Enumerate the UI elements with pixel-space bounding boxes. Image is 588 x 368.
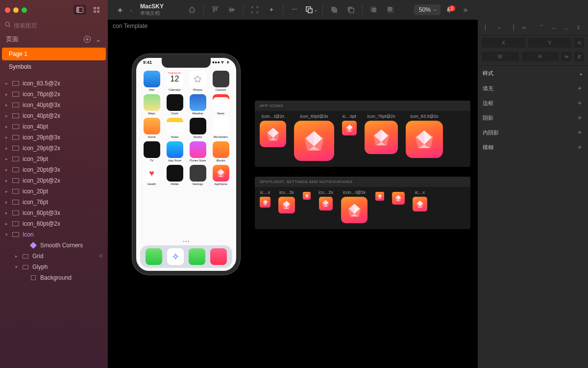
disclosure-icon[interactable]: ▸ — [4, 178, 9, 183]
artboard-icon — [12, 113, 20, 119]
notifications-button[interactable]: 1 — [442, 6, 456, 13]
sidebar-view-toggle[interactable] — [74, 5, 86, 15]
disclosure-icon[interactable]: ▸ — [4, 81, 9, 86]
layer-row[interactable]: ▸icon_60pt@2x — [0, 218, 108, 229]
layer-row[interactable]: ▸icon_29pt@2x — [0, 143, 108, 154]
minimize-window-button[interactable] — [13, 7, 19, 13]
layer-row[interactable]: ▸Grid👁 — [0, 251, 108, 262]
align-hcenter-icon[interactable]: ⫟ — [494, 23, 505, 32]
disclosure-icon[interactable]: ▸ — [4, 146, 9, 151]
add-style-button[interactable]: ＋ — [576, 113, 583, 122]
disclosure-icon[interactable]: ▸ — [4, 135, 9, 140]
maximize-window-button[interactable] — [22, 7, 27, 13]
disclosure-icon[interactable]: ▸ — [4, 113, 9, 118]
layer-row[interactable]: ▸icon_40pt — [0, 121, 108, 132]
add-page-button[interactable] — [83, 35, 91, 43]
align-bottom-icon[interactable]: ⎽ — [561, 23, 572, 32]
subtract-icon[interactable] — [343, 3, 358, 16]
insert-button[interactable]: ＋ — [113, 3, 127, 16]
align-vcenter-icon[interactable]: ⫠ — [549, 23, 560, 32]
layer-row[interactable]: ▾Icon — [0, 229, 108, 240]
angle-field[interactable]: ⟲ — [574, 38, 584, 48]
layer-row[interactable]: ▸icon_20pt — [0, 186, 108, 197]
layer-row[interactable]: ▸icon_60pt@3x — [0, 208, 108, 218]
backward-icon[interactable] — [383, 3, 398, 16]
brush-icon[interactable]: 〰 — [287, 3, 302, 16]
w-field[interactable]: W — [482, 52, 519, 61]
layer-row[interactable]: ▸icon_40pt@2x — [0, 110, 108, 121]
distribute-h-icon[interactable]: ⇔ — [518, 23, 529, 32]
resize-tool-icon[interactable]: ⌄ — [304, 3, 318, 16]
zoom-select[interactable]: 50% — [414, 4, 441, 15]
style-section-row[interactable]: 填充＋ — [478, 81, 588, 96]
disclosure-icon[interactable]: ▸ — [4, 92, 9, 97]
sparkle-icon[interactable]: ✦ — [264, 3, 279, 16]
layer-row[interactable]: Smooth Corners — [0, 240, 108, 251]
search-input[interactable] — [14, 22, 103, 29]
icon-caption: ic…x — [260, 190, 270, 195]
layer-row[interactable]: ▸icon_29pt — [0, 154, 108, 164]
fox-app-icon — [375, 192, 384, 201]
align-controls: ▏ ⫟ ▕ ⇔ ⎺ ⫠ ⎽ ⇕ — [478, 20, 588, 36]
layer-row[interactable]: ▸icon_20pt@2x — [0, 175, 108, 186]
visibility-icon[interactable]: 👁 — [98, 253, 104, 260]
disclosure-icon[interactable]: ▸ — [14, 254, 19, 259]
align-right-icon[interactable]: ▕ — [506, 23, 517, 32]
disclosure-icon[interactable]: ▸ — [4, 167, 9, 172]
style-section-row[interactable]: 模糊＋ — [478, 140, 588, 155]
add-style-button[interactable]: ＋ — [576, 143, 583, 152]
align-top-icon[interactable] — [208, 3, 222, 16]
overflow-button[interactable]: » — [458, 3, 473, 16]
add-style-button[interactable]: ＋ — [576, 99, 583, 107]
app-icon: ♥ — [144, 165, 160, 182]
layer-row[interactable]: ▸icon_76pt — [0, 197, 108, 208]
align-middle-icon[interactable] — [224, 3, 239, 16]
x-field[interactable]: X — [482, 38, 525, 48]
style-section-row[interactable]: 内阴影＋ — [478, 125, 588, 140]
disclosure-icon[interactable]: ▸ — [4, 200, 9, 205]
disclosure-icon[interactable]: ▸ — [4, 103, 9, 107]
align-top-icon[interactable]: ⎺ — [537, 23, 547, 32]
app-icon — [213, 71, 229, 87]
add-style-button[interactable]: ＋ — [576, 128, 583, 137]
style-section-row[interactable]: 边框＋ — [478, 96, 588, 110]
icon-caption: icon…t@3x — [343, 190, 366, 195]
forward-icon[interactable] — [367, 3, 381, 16]
layer-row[interactable]: ▾Glyph — [0, 262, 108, 272]
disclosure-icon[interactable]: ▾ — [4, 232, 9, 237]
disclosure-icon[interactable]: ▸ — [4, 157, 9, 161]
disclosure-icon[interactable]: ▸ — [4, 189, 9, 194]
section-label: 模糊 — [483, 144, 493, 151]
y-field[interactable]: Y — [528, 38, 572, 48]
close-window-button[interactable] — [5, 7, 10, 13]
layer-row[interactable]: ▸icon_29pt@3x — [0, 132, 108, 143]
svg-rect-20 — [308, 9, 312, 13]
disclosure-icon[interactable]: ▸ — [4, 124, 9, 129]
shape-tool-icon[interactable] — [185, 3, 199, 16]
disclosure-icon[interactable]: ▾ — [14, 264, 19, 269]
layer-row[interactable]: ▸icon_76pt@2x — [0, 89, 108, 100]
flip-h-icon[interactable]: ⇋ — [562, 52, 571, 61]
distribute-v-icon[interactable]: ⇕ — [573, 23, 584, 32]
add-style-button[interactable]: ＋ — [576, 84, 583, 93]
style-section-row[interactable]: 阴影＋ — [478, 110, 588, 125]
page-item[interactable]: Page 1 — [2, 48, 106, 60]
icon-preview: ic…x — [413, 190, 427, 211]
grid-view-toggle[interactable] — [90, 5, 103, 15]
layer-row[interactable]: ▸icon_83.5@2x — [0, 78, 108, 89]
layer-row[interactable]: Background — [0, 272, 108, 283]
disclosure-icon[interactable]: ▸ — [4, 221, 9, 226]
focus-icon[interactable] — [247, 3, 262, 16]
layer-row[interactable]: ▸icon_20pt@3x — [0, 164, 108, 175]
union-icon[interactable] — [327, 3, 342, 16]
layer-row[interactable]: ▸icon_40pt@3x — [0, 100, 108, 110]
page-item[interactable]: Symbols — [2, 60, 106, 73]
align-left-icon[interactable]: ▏ — [482, 23, 492, 32]
disclosure-icon[interactable]: ▸ — [4, 210, 9, 215]
h-field[interactable]: H — [522, 52, 559, 61]
pages-collapse-button[interactable]: ⌄ — [94, 35, 102, 43]
flip-v-icon[interactable]: ⇵ — [574, 52, 584, 61]
search-row — [0, 20, 108, 31]
canvas[interactable]: con Template 9:41 ●●● ᯤ ▮ MailTUESDAY12C… — [108, 20, 478, 368]
style-section-header[interactable]: 样式⌄ — [478, 65, 588, 81]
